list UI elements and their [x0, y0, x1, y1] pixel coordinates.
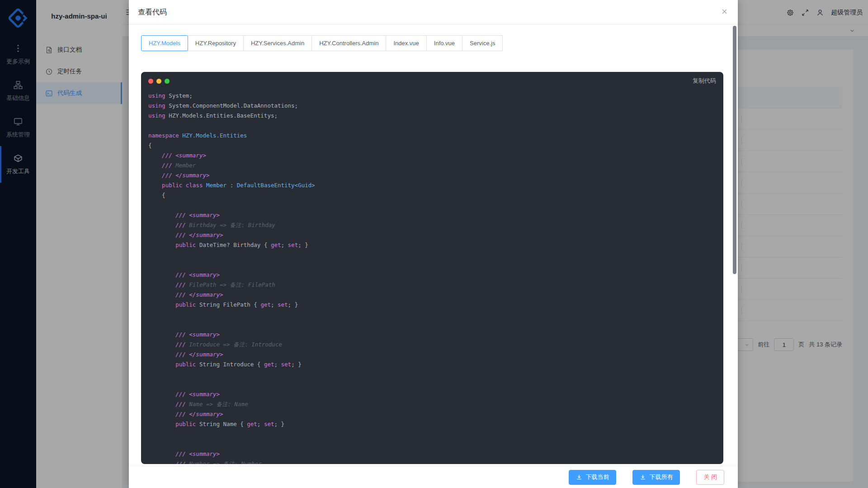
tab-hzy-models[interactable]: HZY.Models — [141, 35, 188, 51]
tab-info-vue[interactable]: Info.vue — [426, 35, 462, 51]
code-file-tabs: HZY.ModelsHZY.RepositoryHZY.Services.Adm… — [141, 35, 503, 51]
dialog-footer: 下载当前 下载所有 关 闭 — [129, 466, 738, 488]
dialog-title: 查看代码 — [138, 8, 167, 17]
close-icon[interactable] — [721, 8, 728, 15]
download-icon — [576, 474, 582, 480]
modal-scrollbar-thumb[interactable] — [733, 26, 736, 274]
traffic-red-icon — [148, 79, 153, 84]
close-button[interactable]: 关 闭 — [696, 470, 724, 485]
tab-index-vue[interactable]: Index.vue — [386, 35, 426, 51]
download-all-button[interactable]: 下载所有 — [632, 470, 680, 485]
screen: 更多示例基础信息系统管理开发工具 hzy-admin-spa-ui 接口文档定时… — [0, 0, 868, 488]
tab-service-js[interactable]: Service.js — [462, 35, 503, 51]
download-current-button[interactable]: 下载当前 — [569, 470, 616, 485]
download-icon — [640, 474, 646, 480]
tab-hzy-controllers-admin[interactable]: HZY.Controllers.Admin — [311, 35, 386, 51]
tab-hzy-repository[interactable]: HZY.Repository — [188, 35, 244, 51]
code-editor-header: 复制代码 — [141, 72, 723, 90]
tab-hzy-services-admin[interactable]: HZY.Services.Admin — [243, 35, 312, 51]
traffic-green-icon — [165, 79, 170, 84]
copy-code-button[interactable]: 复制代码 — [693, 77, 716, 85]
view-code-dialog: 查看代码 HZY.ModelsHZY.RepositoryHZY.Service… — [129, 0, 738, 488]
code-editor: 复制代码 using System;using System.Component… — [141, 72, 723, 464]
dialog-header: 查看代码 — [129, 0, 738, 24]
traffic-yellow-icon — [156, 79, 161, 84]
code-content: using System;using System.ComponentModel… — [141, 90, 723, 464]
